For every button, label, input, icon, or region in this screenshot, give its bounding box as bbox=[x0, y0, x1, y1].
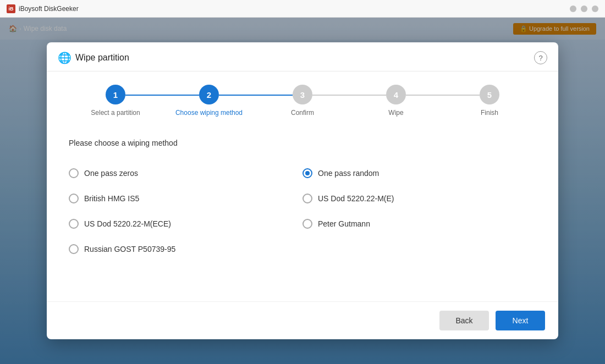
radio-one-pass-random bbox=[302, 168, 312, 178]
wipe-partition-dialog: 🌐 Wipe partition ? 1Select a partition2C… bbox=[47, 42, 558, 339]
wipe-icon: 🌐 bbox=[58, 51, 71, 64]
step-4: 5Finish bbox=[443, 85, 536, 117]
option-label-british-hmg-is5: British HMG IS5 bbox=[84, 194, 139, 203]
dialog-title: Wipe partition bbox=[75, 53, 129, 63]
steps-container: 1Select a partition2Choose wiping method… bbox=[47, 71, 558, 128]
option-russian-gost[interactable]: Russian GOST P50739-95 bbox=[69, 236, 302, 262]
step-label-2: Confirm bbox=[291, 109, 314, 117]
dialog-body: Please choose a wiping method One pass z… bbox=[47, 128, 558, 301]
step-label-1: Choose wiping method bbox=[175, 109, 243, 117]
close-button[interactable] bbox=[592, 5, 598, 12]
next-button[interactable]: Next bbox=[496, 311, 545, 330]
step-circle-2: 3 bbox=[293, 85, 312, 104]
minimize-button[interactable] bbox=[570, 5, 576, 12]
app-content: 🏠 › Wipe disk data 🔒 Upgrade to full ver… bbox=[0, 18, 605, 364]
option-peter-gutmann[interactable]: Peter Gutmann bbox=[302, 211, 536, 236]
app-window: iB iBoysoft DiskGeeker 🏠 › Wipe disk dat… bbox=[0, 0, 605, 364]
step-label-0: Select a partition bbox=[91, 109, 140, 117]
step-label-3: Wipe bbox=[388, 109, 403, 117]
radio-one-pass-zeros bbox=[69, 168, 79, 178]
option-label-us-dod-5220-me: US Dod 5220.22-M(E) bbox=[318, 194, 394, 203]
title-bar-controls bbox=[570, 5, 598, 12]
option-one-pass-random[interactable]: One pass random bbox=[302, 161, 536, 186]
title-bar: iB iBoysoft DiskGeeker bbox=[0, 0, 605, 18]
option-label-one-pass-random: One pass random bbox=[318, 169, 379, 178]
step-circle-1: 2 bbox=[199, 85, 219, 104]
options-grid: One pass zerosBritish HMG IS5US Dod 5220… bbox=[69, 161, 536, 262]
app-icon: iB bbox=[7, 4, 15, 13]
dialog-overlay: 🌐 Wipe partition ? 1Select a partition2C… bbox=[0, 18, 605, 364]
maximize-button[interactable] bbox=[581, 5, 587, 12]
section-title: Please choose a wiping method bbox=[69, 139, 536, 147]
radio-us-dod-5220-me bbox=[302, 194, 312, 203]
help-button[interactable]: ? bbox=[534, 51, 547, 64]
step-3: 4Wipe bbox=[349, 85, 443, 117]
step-circle-4: 5 bbox=[480, 85, 499, 104]
option-label-us-dod-5220-mece: US Dod 5220.22-M(ECE) bbox=[84, 219, 171, 228]
option-label-peter-gutmann: Peter Gutmann bbox=[318, 219, 370, 228]
option-us-dod-5220-mece[interactable]: US Dod 5220.22-M(ECE) bbox=[69, 211, 302, 236]
step-0: 1Select a partition bbox=[69, 85, 162, 117]
step-label-4: Finish bbox=[481, 109, 498, 117]
step-1: 2Choose wiping method bbox=[162, 85, 256, 117]
radio-russian-gost bbox=[69, 244, 79, 254]
back-button[interactable]: Back bbox=[439, 311, 489, 330]
option-label-russian-gost: Russian GOST P50739-95 bbox=[84, 245, 175, 253]
option-us-dod-5220-me[interactable]: US Dod 5220.22-M(E) bbox=[302, 186, 536, 211]
radio-inner-one-pass-random bbox=[305, 171, 310, 175]
option-british-hmg-is5[interactable]: British HMG IS5 bbox=[69, 186, 302, 211]
app-title: iBoysoft DiskGeeker bbox=[19, 5, 79, 13]
radio-us-dod-5220-mece bbox=[69, 219, 79, 229]
dialog-header: 🌐 Wipe partition ? bbox=[47, 42, 558, 71]
step-circle-3: 4 bbox=[386, 85, 406, 104]
options-left-col: One pass zerosBritish HMG IS5US Dod 5220… bbox=[69, 161, 302, 262]
radio-british-hmg-is5 bbox=[69, 194, 79, 203]
step-circle-0: 1 bbox=[106, 85, 125, 104]
option-one-pass-zeros[interactable]: One pass zeros bbox=[69, 161, 302, 186]
option-label-one-pass-zeros: One pass zeros bbox=[84, 169, 138, 178]
radio-peter-gutmann bbox=[302, 219, 312, 229]
dialog-footer: Back Next bbox=[47, 301, 558, 339]
options-right-col: One pass randomUS Dod 5220.22-M(E)Peter … bbox=[302, 161, 536, 262]
step-2: 3Confirm bbox=[256, 85, 349, 117]
